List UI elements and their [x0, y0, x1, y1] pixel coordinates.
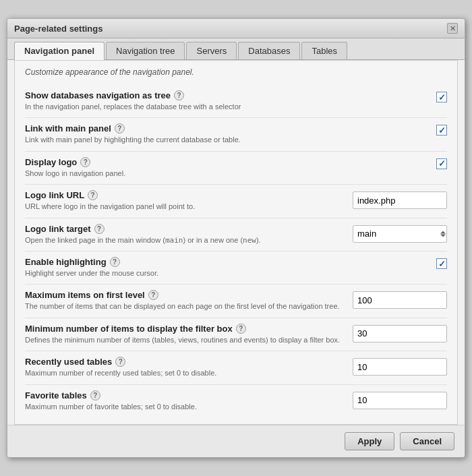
help-icon[interactable]: ?: [174, 90, 184, 100]
setting-enable-highlighting: Enable highlighting ? Highlight server u…: [25, 251, 447, 285]
input-recently-used-tables[interactable]: [353, 358, 447, 376]
checkbox-enable-highlighting[interactable]: [436, 258, 447, 269]
close-button[interactable]: ✕: [447, 23, 458, 34]
setting-max-items-first-level: Maximum items on first level ? The numbe…: [25, 285, 447, 318]
setting-right: [353, 357, 447, 376]
setting-right: [436, 257, 447, 269]
help-icon[interactable]: ?: [90, 390, 100, 400]
apply-button[interactable]: Apply: [345, 432, 394, 450]
setting-left: Recently used tables ? Maximum number of…: [25, 357, 346, 378]
setting-right: [353, 324, 447, 343]
number-wrapper: [353, 392, 447, 409]
label-text: Display logo: [25, 157, 77, 167]
footer: Apply Cancel: [7, 425, 465, 457]
setting-left: Favorite tables ? Maximum number of favo…: [25, 390, 346, 412]
setting-desc: Show logo in navigation panel.: [25, 169, 430, 179]
setting-left: Link with main panel ? Link with main pa…: [25, 123, 430, 145]
tab-navigation-tree[interactable]: Navigation tree: [106, 42, 185, 59]
setting-label: Logo link target ?: [25, 224, 346, 234]
setting-desc: Open the linked page in the main window …: [25, 235, 346, 245]
setting-desc: The number of items that can be displaye…: [25, 301, 346, 311]
dialog: Page-related settings ✕ Navigation panel…: [7, 18, 465, 458]
setting-link-main-panel: Link with main panel ? Link with main pa…: [25, 118, 447, 151]
setting-label: Logo link URL ?: [25, 190, 346, 200]
input-logo-link-url[interactable]: [353, 191, 447, 209]
number-wrapper: [353, 358, 447, 376]
label-text: Favorite tables: [25, 390, 87, 400]
tab-navigation-panel[interactable]: Navigation panel: [14, 42, 105, 60]
help-icon[interactable]: ?: [88, 190, 98, 200]
setting-right: [436, 157, 447, 169]
setting-favorite-tables: Favorite tables ? Maximum number of favo…: [25, 385, 447, 417]
setting-label: Link with main panel ?: [25, 123, 430, 133]
input-max-items-first-level[interactable]: [353, 291, 447, 309]
label-text: Recently used tables: [25, 357, 112, 367]
setting-left: Logo link target ? Open the linked page …: [25, 224, 346, 245]
close-icon: ✕: [450, 24, 456, 33]
label-text: Link with main panel: [25, 123, 111, 133]
setting-logo-link-target: Logo link target ? Open the linked page …: [25, 218, 447, 251]
help-icon[interactable]: ?: [115, 357, 125, 367]
help-icon[interactable]: ?: [236, 324, 246, 334]
help-icon[interactable]: ?: [148, 290, 158, 300]
setting-show-db-nav-tree: Show databases navigation as tree ? In t…: [25, 85, 447, 118]
setting-right: [436, 90, 447, 102]
tabs-container: Navigation panel Navigation tree Servers…: [7, 38, 465, 60]
setting-left: Display logo ? Show logo in navigation p…: [25, 157, 430, 179]
setting-left: Enable highlighting ? Highlight server u…: [25, 257, 430, 278]
help-icon[interactable]: ?: [115, 123, 125, 133]
label-text: Minimum number of items to display the f…: [25, 324, 233, 334]
tab-servers[interactable]: Servers: [186, 42, 237, 59]
setting-label: Enable highlighting ?: [25, 257, 430, 267]
label-text: Logo link target: [25, 224, 91, 234]
setting-label: Favorite tables ?: [25, 390, 346, 400]
checkbox-show-db-nav-tree[interactable]: [436, 92, 447, 102]
setting-right: [353, 290, 447, 309]
number-wrapper: [353, 291, 447, 309]
label-text: Logo link URL: [25, 190, 84, 200]
select-logo-link-target[interactable]: main new: [353, 225, 447, 243]
setting-recently-used-tables: Recently used tables ? Maximum number of…: [25, 351, 447, 384]
setting-left: Show databases navigation as tree ? In t…: [25, 90, 430, 112]
setting-right: [353, 390, 447, 409]
setting-desc: Defines the minimum number of items (tab…: [25, 335, 346, 345]
titlebar: Page-related settings ✕: [7, 19, 465, 38]
tab-databases[interactable]: Databases: [238, 42, 300, 59]
checkbox-link-main-panel[interactable]: [436, 125, 447, 136]
setting-desc: Highlight server under the mouse cursor.: [25, 268, 430, 278]
setting-logo-link-url: Logo link URL ? URL where logo in the na…: [25, 185, 447, 218]
setting-left: Logo link URL ? URL where logo in the na…: [25, 190, 346, 212]
dialog-title: Page-related settings: [14, 24, 103, 34]
setting-right: main new: [353, 224, 447, 243]
help-icon[interactable]: ?: [110, 257, 120, 267]
setting-desc: URL where logo in the navigation panel w…: [25, 202, 346, 212]
setting-display-logo: Display logo ? Show logo in navigation p…: [25, 152, 447, 185]
setting-right: [436, 123, 447, 136]
help-icon[interactable]: ?: [80, 157, 90, 167]
subtitle: Customize appearance of the navigation p…: [25, 67, 447, 77]
input-favorite-tables[interactable]: [353, 392, 447, 409]
setting-label: Recently used tables ?: [25, 357, 346, 367]
select-wrapper: main new: [353, 225, 447, 243]
setting-desc: Maximum number of favorite tables; set 0…: [25, 402, 346, 412]
setting-desc: In the navigation panel, replaces the da…: [25, 102, 430, 112]
setting-left: Minimum number of items to display the f…: [25, 324, 346, 345]
label-text: Maximum items on first level: [25, 290, 145, 300]
label-text: Show databases navigation as tree: [25, 90, 171, 100]
setting-left: Maximum items on first level ? The numbe…: [25, 290, 346, 311]
setting-label: Minimum number of items to display the f…: [25, 324, 346, 334]
setting-min-items-filter-box: Minimum number of items to display the f…: [25, 318, 447, 351]
input-min-items-filter-box[interactable]: [353, 325, 447, 343]
checkbox-display-logo[interactable]: [436, 158, 447, 169]
content-area: Customize appearance of the navigation p…: [14, 60, 458, 425]
tab-tables[interactable]: Tables: [301, 42, 347, 59]
cancel-button[interactable]: Cancel: [400, 432, 454, 450]
setting-label: Show databases navigation as tree ?: [25, 90, 430, 100]
setting-right: [353, 190, 447, 209]
help-icon[interactable]: ?: [94, 224, 105, 234]
number-wrapper: [353, 325, 447, 343]
label-text: Enable highlighting: [25, 257, 107, 267]
setting-label: Maximum items on first level ?: [25, 290, 346, 300]
setting-label: Display logo ?: [25, 157, 430, 167]
setting-desc: Link with main panel by highlighting the…: [25, 135, 430, 145]
